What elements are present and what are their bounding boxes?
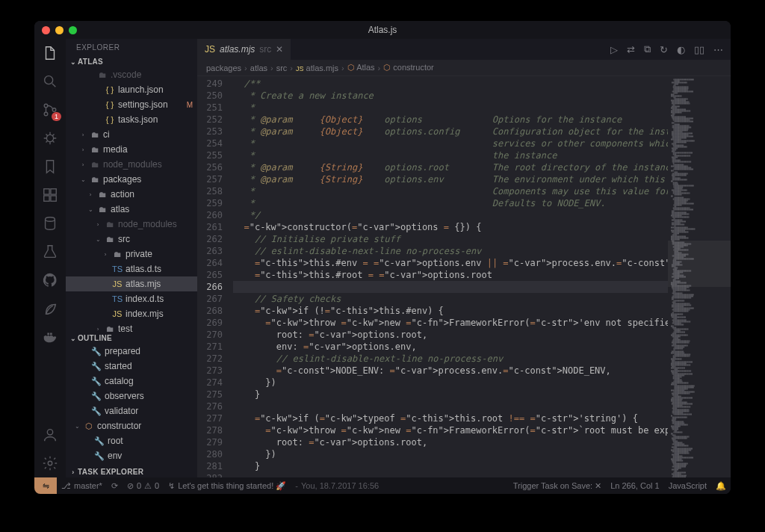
tree-item-atlas[interactable]: ⌄🖿atlas <box>66 202 197 217</box>
tree-label: node_modules <box>118 219 177 229</box>
search-icon[interactable] <box>42 73 58 90</box>
outline-item-env[interactable]: 🔧env <box>66 448 197 463</box>
js-icon: JS <box>112 279 123 288</box>
crumb-src[interactable]: src <box>276 64 288 72</box>
code-editor[interactable]: /** * Create a new instance * * @param {… <box>233 76 668 477</box>
tree-item-index-mjs[interactable]: JSindex.mjs <box>66 306 197 321</box>
status-sync[interactable]: ⟳ <box>107 481 123 491</box>
chevron-icon: › <box>79 132 87 138</box>
crumb-atlas.mjs[interactable]: JS atlas.mjs <box>296 64 338 72</box>
outline-item-validator[interactable]: 🔧validator <box>66 403 197 418</box>
docker-icon[interactable] <box>42 329 58 345</box>
database-icon[interactable] <box>42 215 58 232</box>
outline-item-root[interactable]: 🔧root <box>66 433 197 448</box>
color-icon[interactable]: ◐ <box>677 44 685 55</box>
tree-item-media[interactable]: ›🖿media <box>66 142 197 157</box>
extensions-icon[interactable] <box>42 187 58 203</box>
files-icon[interactable] <box>42 45 58 61</box>
section-tasks[interactable]: › TASK EXPLORER <box>66 466 197 477</box>
debug-icon[interactable] <box>42 130 58 146</box>
tab-label: atlas.mjs <box>220 44 255 55</box>
folder-icon: 🖿 <box>97 190 108 199</box>
bookmarks-icon[interactable] <box>42 158 58 175</box>
beaker-icon[interactable] <box>42 244 58 260</box>
tree-label: index.mjs <box>126 309 164 319</box>
status-branch[interactable]: ⎇master* <box>57 481 107 491</box>
account-icon[interactable] <box>42 427 58 443</box>
outline-item-started[interactable]: 🔧started <box>66 359 197 374</box>
tree-item-node-modules[interactable]: ›🖿node_modules <box>66 217 197 232</box>
tree-label: node_modules <box>103 159 162 170</box>
outline-item-observers[interactable]: 🔧observers <box>66 389 197 403</box>
status-problems[interactable]: ⊘ 0 ⚠ 0 <box>123 481 164 491</box>
section-outline[interactable]: ⌄ OUTLINE <box>66 332 197 344</box>
tree-item-settings-json[interactable]: { }settings.jsonM <box>66 97 197 112</box>
tree-item-test[interactable]: ›🖿test <box>66 321 197 332</box>
tree-item-ci[interactable]: ›🖿ci <box>66 127 197 142</box>
close-icon[interactable]: ✕ <box>276 44 283 55</box>
source-control-icon[interactable]: 1 <box>42 102 58 118</box>
outline-label: observers <box>105 391 144 401</box>
tree-item-private[interactable]: ›🖿private <box>66 247 197 262</box>
folder-icon: 🖿 <box>105 220 115 229</box>
tree-item-launch-json[interactable]: { }launch.json <box>66 82 197 97</box>
outline-label: env <box>108 451 122 461</box>
status-rocket[interactable]: ↯ Let's get this thing started! 🚀 <box>164 481 291 491</box>
folder-icon: 🖿 <box>97 70 108 79</box>
folder-icon: 🖿 <box>90 130 100 139</box>
svg-point-16 <box>48 461 52 466</box>
chevron-icon: ⌄ <box>79 176 87 183</box>
breadcrumb[interactable]: packages›atlas›src›JS atlas.mjs›⬡ Atlas›… <box>197 60 731 76</box>
tree-item-index-d-ts[interactable]: TSindex.d.ts <box>66 291 197 306</box>
leaf-icon[interactable] <box>42 300 58 317</box>
tree-item-packages[interactable]: ⌄🖿packages <box>66 172 197 187</box>
json-icon: { } <box>105 85 115 94</box>
outline-item-constructor[interactable]: ⌄⬡constructor <box>66 418 197 433</box>
tree-item-action[interactable]: ›🖿action <box>66 187 197 202</box>
compare-icon[interactable]: ⇄ <box>627 44 635 55</box>
crumb-constructor[interactable]: ⬡ constructor <box>383 63 433 72</box>
editor-actions: ▷ ⇄ ⧉ ↻ ◐ ▯▯ ⋯ <box>610 39 731 60</box>
tab-bar: JS atlas.mjs src ✕ ▷ ⇄ ⧉ ↻ ◐ ▯▯ ⋯ <box>197 39 731 60</box>
chevron-icon: › <box>94 326 102 332</box>
outline-label: prepared <box>105 346 140 356</box>
split-icon[interactable]: ▯▯ <box>694 44 704 55</box>
tree-label: ci <box>103 129 110 140</box>
run-icon[interactable]: ▷ <box>610 44 618 55</box>
tree-item-tasks-json[interactable]: { }tasks.json <box>66 112 197 127</box>
outline-label: validator <box>105 406 138 416</box>
property-icon: 🔧 <box>91 406 102 416</box>
refresh-icon[interactable]: ↻ <box>660 44 668 55</box>
tree-item-src[interactable]: ⌄🖿src <box>66 232 197 247</box>
crumb-Atlas[interactable]: ⬡ Atlas <box>347 63 375 72</box>
svg-point-2 <box>44 112 48 116</box>
editor-area: JS atlas.mjs src ✕ ▷ ⇄ ⧉ ↻ ◐ ▯▯ ⋯ packag… <box>197 39 731 477</box>
crumb-atlas[interactable]: atlas <box>250 64 267 72</box>
crumb-packages[interactable]: packages <box>206 64 241 72</box>
remote-icon[interactable]: ⇋ <box>34 477 57 494</box>
tree-item-node-modules[interactable]: ›🖿node_modules <box>66 157 197 172</box>
tree-label: media <box>103 144 128 155</box>
tree-item-atlas-d-ts[interactable]: TSatlas.d.ts <box>66 262 197 276</box>
outline-label: catalog <box>105 376 134 386</box>
status-cursor[interactable]: Ln 266, Col 1 <box>606 481 663 491</box>
gear-icon[interactable] <box>42 455 58 471</box>
diff-icon[interactable]: ⧉ <box>644 43 651 55</box>
tree-item--vscode[interactable]: 🖿.vscode <box>66 67 197 82</box>
status-lang[interactable]: JavaScript <box>664 481 711 491</box>
tree-label: .vscode <box>111 69 141 80</box>
tree-label: atlas.d.ts <box>126 264 161 274</box>
chevron-icon: › <box>102 251 109 258</box>
folder-open-icon: 🖿 <box>105 235 115 244</box>
minimap[interactable]: ██████████████████████████████ ████████ … <box>668 76 731 477</box>
bell-icon[interactable]: 🔔 <box>711 481 731 491</box>
tree-item-atlas-mjs[interactable]: JSatlas.mjs <box>66 276 197 291</box>
more-icon[interactable]: ⋯ <box>713 44 723 55</box>
outline-item-catalog[interactable]: 🔧catalog <box>66 374 197 389</box>
github-icon[interactable] <box>42 272 58 288</box>
section-atlas[interactable]: ⌄ ATLAS <box>66 56 197 67</box>
status-trigger[interactable]: Trigger Task on Save: ✕ <box>509 481 606 491</box>
tab-atlas-mjs[interactable]: JS atlas.mjs src ✕ <box>197 39 291 60</box>
outline-item-prepared[interactable]: 🔧prepared <box>66 344 197 359</box>
tree-label: settings.json <box>118 99 168 110</box>
